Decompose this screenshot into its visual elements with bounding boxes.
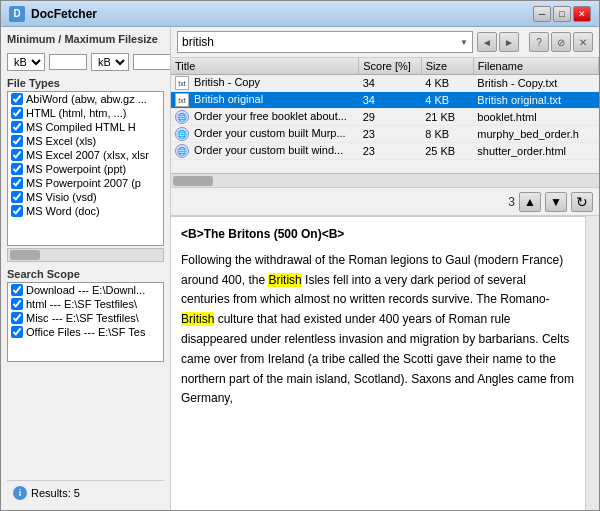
search-query: british	[182, 35, 214, 49]
cell-filename: booklet.html	[473, 109, 598, 126]
filetype-label-2: MS Compiled HTML H	[26, 121, 136, 133]
maximize-button[interactable]: □	[553, 6, 571, 22]
filetype-checkbox-4[interactable]	[11, 149, 23, 161]
highlight-british-1: British	[268, 273, 301, 287]
col-header-filename[interactable]: Filename	[473, 58, 598, 75]
filetype-checkbox-0[interactable]	[11, 93, 23, 105]
list-item[interactable]: HTML (html, htm, ...)	[8, 106, 163, 120]
list-item[interactable]: MS Visio (vsd)	[8, 190, 163, 204]
list-item[interactable]: Misc --- E:\SF Testfiles\	[8, 311, 163, 325]
scope-checkbox-3[interactable]	[11, 326, 23, 338]
cell-score: 23	[359, 126, 422, 143]
back-button[interactable]: ◄	[477, 32, 497, 52]
filetype-checkbox-3[interactable]	[11, 135, 23, 147]
results-table: Title Score [%] Size Filename txt Britis…	[171, 58, 599, 160]
scope-label-1: html --- E:\SF Testfiles\	[26, 298, 137, 310]
preview-content[interactable]: <B>The Britons (500 On)<B> Following the…	[171, 216, 585, 510]
filesize-max-input[interactable]	[133, 54, 171, 70]
help-button[interactable]: ?	[529, 32, 549, 52]
file-html-icon: 🌐	[175, 110, 189, 124]
list-item[interactable]: Download --- E:\Downl...	[8, 283, 163, 297]
results-label: Results: 5	[31, 487, 80, 499]
scope-label-3: Office Files --- E:\SF Tes	[26, 326, 145, 338]
filetype-label-3: MS Excel (xls)	[26, 135, 96, 147]
list-item[interactable]: AbiWord (abw, abw.gz ...	[8, 92, 163, 106]
file-types-list: AbiWord (abw, abw.gz ... HTML (html, htm…	[7, 91, 164, 246]
list-item[interactable]: html --- E:\SF Testfiles\	[8, 297, 163, 311]
cell-title: 🌐 Order your custom built Murp...	[171, 126, 359, 143]
table-row[interactable]: 🌐 Order your free booklet about... 29 21…	[171, 109, 599, 126]
cell-title: txt British original	[171, 92, 359, 109]
preview-down-button[interactable]: ▼	[545, 192, 567, 212]
filetype-checkbox-6[interactable]	[11, 177, 23, 189]
titlebar-buttons: ─ □ ✕	[533, 6, 591, 22]
cell-score: 34	[359, 75, 422, 92]
filetype-checkbox-2[interactable]	[11, 121, 23, 133]
forward-button[interactable]: ►	[499, 32, 519, 52]
search-combo[interactable]: british ▼	[177, 31, 473, 53]
cell-title: 🌐 Order your custom built wind...	[171, 143, 359, 160]
hscroll-thumb[interactable]	[10, 250, 40, 260]
table-row[interactable]: 🌐 Order your custom built wind... 23 25 …	[171, 143, 599, 160]
list-item[interactable]: MS Powerpoint 2007 (p	[8, 176, 163, 190]
cell-score: 23	[359, 143, 422, 160]
col-header-size[interactable]: Size	[421, 58, 473, 75]
preview-page-num: 3	[508, 195, 515, 209]
close-button[interactable]: ✕	[573, 6, 591, 22]
file-types-section: File Types AbiWord (abw, abw.gz ... HTML…	[7, 77, 164, 262]
list-item[interactable]: MS Excel 2007 (xlsx, xlsr	[8, 148, 163, 162]
scope-checkbox-2[interactable]	[11, 312, 23, 324]
table-scroll-area[interactable]: Title Score [%] Size Filename txt Britis…	[171, 58, 599, 173]
preview-panel: 3 ▲ ▼ ↻ <B>The Britons (500 On)<B> Follo…	[171, 188, 599, 510]
link-button[interactable]: ⊘	[551, 32, 571, 52]
scope-checkbox-1[interactable]	[11, 298, 23, 310]
list-item[interactable]: Office Files --- E:\SF Tes	[8, 325, 163, 339]
right-panel: british ▼ ◄ ► ? ⊘ ✕	[171, 27, 599, 510]
table-row[interactable]: txt British - Copy 34 4 KB British - Cop…	[171, 75, 599, 92]
scope-checkbox-0[interactable]	[11, 284, 23, 296]
results-table-container: Title Score [%] Size Filename txt Britis…	[171, 58, 599, 188]
info-icon: i	[13, 486, 27, 500]
filesize-label: Minimum / Maximum Filesize	[7, 33, 164, 45]
preview-up-button[interactable]: ▲	[519, 192, 541, 212]
filetype-label-5: MS Powerpoint (ppt)	[26, 163, 126, 175]
filetype-checkbox-5[interactable]	[11, 163, 23, 175]
highlight-british-2: British	[181, 312, 214, 326]
filetypes-hscroll[interactable]	[7, 248, 164, 262]
col-header-title[interactable]: Title	[171, 58, 359, 75]
filetype-checkbox-8[interactable]	[11, 205, 23, 217]
close-results-button[interactable]: ✕	[573, 32, 593, 52]
preview-toolbar: 3 ▲ ▼ ↻	[171, 188, 599, 216]
filesize-unit2-select[interactable]: kB MB	[91, 53, 129, 71]
cell-title: 🌐 Order your free booklet about...	[171, 109, 359, 126]
scope-list: Download --- E:\Downl... html --- E:\SF …	[7, 282, 164, 362]
filetype-checkbox-7[interactable]	[11, 191, 23, 203]
minimize-button[interactable]: ─	[533, 6, 551, 22]
preview-refresh-button[interactable]: ↻	[571, 192, 593, 212]
filetype-label-8: MS Word (doc)	[26, 205, 100, 217]
preview-vscroll[interactable]	[585, 216, 599, 510]
filesize-unit1-select[interactable]: kB MB	[7, 53, 45, 71]
table-row[interactable]: txt British original 34 4 KB British ori…	[171, 92, 599, 109]
hscroll-thumb[interactable]	[173, 176, 213, 186]
main-window: D DocFetcher ─ □ ✕ Minimum / Maximum Fil…	[0, 0, 600, 511]
filetypes-scrollbar[interactable]	[7, 248, 164, 262]
filetype-label-1: HTML (html, htm, ...)	[26, 107, 126, 119]
list-item[interactable]: MS Compiled HTML H	[8, 120, 163, 134]
results-hscroll[interactable]	[171, 173, 599, 187]
scope-label-0: Download --- E:\Downl...	[26, 284, 145, 296]
col-header-score[interactable]: Score [%]	[359, 58, 422, 75]
search-scope-section: Search Scope Download --- E:\Downl... ht…	[7, 268, 164, 362]
filesize-min-input[interactable]	[49, 54, 87, 70]
cell-filename: shutter_order.html	[473, 143, 598, 160]
cell-size: 21 KB	[421, 109, 473, 126]
window-title: DocFetcher	[31, 7, 97, 21]
filetype-checkbox-1[interactable]	[11, 107, 23, 119]
preview-text: <B>The Britons (500 On)<B> Following the…	[181, 225, 575, 409]
preview-title: <B>The Britons (500 On)<B>	[181, 225, 575, 245]
list-item[interactable]: MS Excel (xls)	[8, 134, 163, 148]
table-row[interactable]: 🌐 Order your custom built Murp... 23 8 K…	[171, 126, 599, 143]
list-item[interactable]: MS Word (doc)	[8, 204, 163, 218]
list-item[interactable]: MS Powerpoint (ppt)	[8, 162, 163, 176]
file-txt-icon: txt	[175, 76, 189, 90]
